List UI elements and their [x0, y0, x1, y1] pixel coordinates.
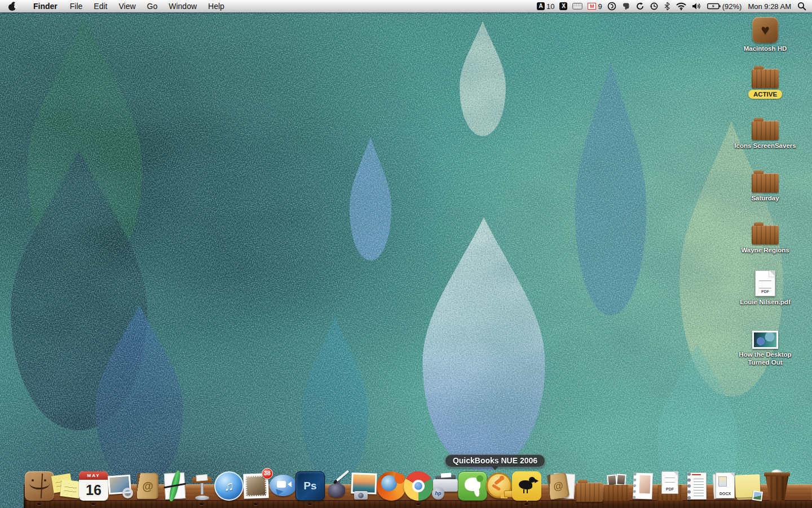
evernote-elephant-icon — [621, 2, 630, 11]
wood-folder-icon — [576, 483, 603, 502]
volume-menu-icon[interactable] — [692, 0, 702, 12]
dock-app-evernote[interactable] — [458, 471, 487, 501]
dock-stack-pdf-documents[interactable]: PDF — [655, 471, 685, 501]
apple-bite — [14, 5, 18, 8]
dock-app-firefox[interactable] — [377, 471, 406, 501]
menu-help[interactable]: Help — [202, 0, 230, 12]
wood-folder-icon — [752, 121, 779, 140]
dock-app-itunes[interactable]: ♫ — [214, 471, 244, 501]
dock-stack-photo[interactable] — [628, 471, 657, 501]
label-line-2: Turned Out — [748, 359, 782, 366]
bluetooth-menu-icon[interactable] — [664, 0, 670, 12]
dock-stack-folder[interactable] — [575, 471, 604, 501]
notebook-page — [687, 472, 707, 500]
writing-app-menu-icon[interactable]: A 10 — [537, 0, 554, 12]
gmail-icon: M — [588, 3, 596, 10]
menu-view[interactable]: View — [113, 0, 141, 12]
finder-smile — [29, 477, 50, 489]
dock-app-mail[interactable]: 38 — [241, 471, 271, 501]
running-indicator — [254, 503, 258, 505]
sticky-note — [60, 479, 81, 498]
gmail-menu-icon[interactable]: M 9 — [588, 0, 602, 12]
dock-app-tweetie[interactable] — [512, 471, 541, 501]
wood-folder-icon — [752, 225, 779, 244]
dock-app-hp-printer[interactable]: hp — [431, 471, 460, 501]
inkwell — [328, 484, 345, 497]
desktop-icon-macintosh-hd[interactable]: ♥ Macintosh HD — [723, 17, 807, 52]
writing-app-count: 10 — [546, 2, 554, 11]
lectern-paper — [196, 474, 208, 481]
dock-app-quickbooks[interactable] — [485, 471, 514, 501]
dock-stack-notebook[interactable] — [682, 471, 712, 501]
dock-app-address-book[interactable]: @ — [133, 471, 162, 501]
dock-app-pages[interactable] — [323, 471, 352, 501]
lectern-stem — [201, 483, 204, 494]
desktop-icon-louie-nilsen-pdf[interactable]: PDF Louie Nilsen.pdf — [723, 270, 807, 306]
wifi-menu-icon[interactable] — [676, 0, 687, 12]
calendar-day: 16 — [79, 480, 108, 501]
hard-drive-icon: ♥ — [752, 17, 778, 43]
dock-app-photoshop[interactable]: Ps — [295, 471, 325, 501]
pdf-tag: PDF — [756, 290, 775, 294]
battery-percent: (92%) — [722, 2, 742, 11]
dock-app-preview[interactable] — [106, 471, 135, 501]
dock-trash[interactable] — [761, 471, 793, 501]
x-app-menu-icon[interactable]: X — [559, 0, 567, 12]
battery-menu-item[interactable]: (92%) — [707, 0, 742, 12]
dock-stack-photo-box[interactable] — [602, 471, 631, 501]
evernote-menu-icon[interactable] — [621, 0, 630, 12]
wood-trash-basket — [765, 474, 789, 501]
battery-icon — [707, 3, 721, 10]
bird-legs — [523, 489, 524, 493]
menu-finder[interactable]: Finder — [27, 0, 64, 12]
pdf-tag: PDF — [661, 487, 678, 491]
dock-app-screenwriting[interactable] — [160, 471, 189, 501]
calendar-month: MAY — [79, 471, 108, 480]
image-thumbnail — [754, 332, 776, 347]
desktop-icon-icons-screensavers-folder[interactable]: Icons ScreenSavers — [723, 121, 807, 150]
dock-stack-contacts[interactable]: @ — [548, 471, 577, 501]
menu-clock[interactable]: Mon 9:28 AM — [747, 2, 792, 11]
dock-app-keynote[interactable] — [187, 471, 217, 501]
dock: MAY 16 @ ♫ 38 — [0, 457, 812, 508]
time-machine-menu-icon[interactable] — [650, 0, 659, 12]
running-indicator — [308, 503, 312, 505]
address-book-icon: @ — [137, 473, 158, 499]
hp-logo: hp — [432, 487, 444, 500]
image-file-icon — [752, 331, 778, 349]
menu-go[interactable]: Go — [142, 0, 164, 12]
desktop-icon-label: Icons ScreenSavers — [723, 142, 807, 150]
dock-app-stickies[interactable] — [52, 471, 81, 501]
menu-edit[interactable]: Edit — [88, 0, 113, 12]
dock-stack-sticky-notes[interactable] — [733, 471, 762, 501]
x-app-icon: X — [559, 2, 567, 10]
desktop-icon-how-the-desktop-turned-out[interactable]: How the Desktop Turned Out — [723, 331, 807, 366]
menu-window[interactable]: Window — [163, 0, 202, 12]
menu-file[interactable]: File — [64, 0, 89, 12]
dock-app-finder[interactable] — [25, 471, 54, 501]
dock-app-ichat[interactable] — [268, 471, 298, 501]
spotlight-menu-icon[interactable] — [797, 0, 806, 12]
dock-app-ical[interactable]: MAY 16 — [79, 471, 108, 501]
dock-app-chrome[interactable] — [404, 471, 433, 501]
desktop-icon-saturday-folder[interactable]: Saturday — [723, 173, 807, 202]
apple-menu-icon[interactable] — [8, 2, 16, 11]
sync-menu-icon[interactable] — [636, 0, 645, 12]
fountain-pen — [333, 470, 350, 484]
desktop-icon-wayne-regions-folder[interactable]: Wayne Regions — [723, 225, 807, 254]
pdf-file-icon: PDF — [755, 270, 775, 296]
running-indicator — [200, 503, 204, 505]
keyboard-icon — [572, 3, 582, 10]
spiral-app-icon — [607, 2, 616, 11]
dock-app-iphoto[interactable] — [350, 471, 379, 501]
spiral-app-menu-icon[interactable] — [607, 0, 616, 12]
menu-bar-status: A 10 X M 9 — [537, 0, 812, 12]
desktop-icon-active-folder[interactable]: ACTIVE — [723, 69, 807, 99]
menu-bar: Finder File Edit View Go Window Help A 1… — [0, 0, 812, 12]
notebook-heading-line — [692, 474, 701, 475]
trash-rim — [764, 472, 790, 476]
keyboard-menu-icon[interactable] — [572, 0, 582, 12]
spiral-photo — [633, 472, 653, 499]
bird-beak — [535, 479, 541, 483]
desktop-screen: Finder File Edit View Go Window Help A 1… — [0, 0, 812, 508]
